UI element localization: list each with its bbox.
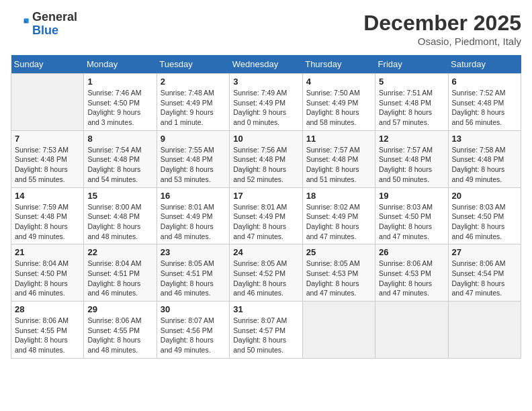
calendar-cell bbox=[448, 302, 521, 359]
calendar-week-row: 14Sunrise: 7:59 AM Sunset: 4:48 PM Dayli… bbox=[11, 187, 521, 244]
day-info: Sunrise: 8:01 AM Sunset: 4:49 PM Dayligh… bbox=[161, 202, 226, 242]
logo-text: General Blue bbox=[32, 11, 77, 38]
day-info: Sunrise: 7:57 AM Sunset: 4:48 PM Dayligh… bbox=[306, 145, 371, 185]
calendar-cell: 6Sunrise: 7:52 AM Sunset: 4:48 PM Daylig… bbox=[448, 74, 521, 131]
calendar-cell bbox=[302, 302, 375, 359]
calendar-cell: 12Sunrise: 7:57 AM Sunset: 4:48 PM Dayli… bbox=[375, 130, 448, 187]
logo-blue: Blue bbox=[32, 24, 58, 37]
day-number: 26 bbox=[379, 247, 444, 257]
day-number: 15 bbox=[87, 191, 152, 201]
day-info: Sunrise: 8:03 AM Sunset: 4:50 PM Dayligh… bbox=[379, 202, 444, 242]
calendar-cell: 10Sunrise: 7:56 AM Sunset: 4:48 PM Dayli… bbox=[230, 130, 302, 187]
calendar-cell: 30Sunrise: 8:07 AM Sunset: 4:56 PM Dayli… bbox=[157, 302, 229, 359]
day-info: Sunrise: 8:02 AM Sunset: 4:49 PM Dayligh… bbox=[306, 202, 371, 242]
day-number: 2 bbox=[161, 77, 226, 87]
day-info: Sunrise: 8:04 AM Sunset: 4:50 PM Dayligh… bbox=[15, 259, 80, 298]
calendar-week-row: 21Sunrise: 8:04 AM Sunset: 4:50 PM Dayli… bbox=[11, 244, 521, 302]
day-number: 31 bbox=[233, 304, 298, 314]
title-block: December 2025 Osasio, Piedmont, Italy bbox=[363, 11, 521, 47]
day-number: 6 bbox=[452, 77, 517, 87]
day-info: Sunrise: 8:05 AM Sunset: 4:52 PM Dayligh… bbox=[233, 259, 298, 298]
day-number: 21 bbox=[15, 247, 80, 257]
day-number: 5 bbox=[379, 77, 444, 87]
day-number: 29 bbox=[87, 304, 152, 314]
calendar-cell: 25Sunrise: 8:05 AM Sunset: 4:53 PM Dayli… bbox=[302, 244, 375, 302]
day-info: Sunrise: 8:06 AM Sunset: 4:54 PM Dayligh… bbox=[452, 259, 517, 298]
calendar-cell: 31Sunrise: 8:07 AM Sunset: 4:57 PM Dayli… bbox=[230, 302, 302, 359]
logo-general: General bbox=[32, 10, 77, 24]
day-info: Sunrise: 7:56 AM Sunset: 4:48 PM Dayligh… bbox=[233, 145, 298, 185]
calendar-cell: 5Sunrise: 7:51 AM Sunset: 4:48 PM Daylig… bbox=[375, 74, 448, 131]
day-number: 20 bbox=[452, 191, 517, 201]
calendar-cell: 28Sunrise: 8:06 AM Sunset: 4:55 PM Dayli… bbox=[11, 302, 84, 359]
calendar-cell: 3Sunrise: 7:49 AM Sunset: 4:49 PM Daylig… bbox=[230, 74, 302, 131]
calendar-cell: 17Sunrise: 8:01 AM Sunset: 4:49 PM Dayli… bbox=[230, 187, 302, 244]
day-number: 9 bbox=[161, 134, 226, 144]
day-header-monday: Monday bbox=[84, 55, 157, 74]
calendar-week-row: 28Sunrise: 8:06 AM Sunset: 4:55 PM Dayli… bbox=[11, 302, 521, 359]
calendar-week-row: 1Sunrise: 7:46 AM Sunset: 4:50 PM Daylig… bbox=[11, 74, 521, 131]
day-number: 25 bbox=[306, 247, 371, 257]
calendar-cell: 14Sunrise: 7:59 AM Sunset: 4:48 PM Dayli… bbox=[11, 187, 84, 244]
day-info: Sunrise: 7:58 AM Sunset: 4:48 PM Dayligh… bbox=[452, 145, 517, 185]
day-info: Sunrise: 8:06 AM Sunset: 4:55 PM Dayligh… bbox=[87, 316, 152, 355]
day-info: Sunrise: 7:50 AM Sunset: 4:49 PM Dayligh… bbox=[306, 88, 371, 128]
page-header: General Blue December 2025 Osasio, Piedm… bbox=[11, 11, 521, 47]
day-info: Sunrise: 8:01 AM Sunset: 4:49 PM Dayligh… bbox=[233, 202, 298, 242]
day-number: 17 bbox=[233, 191, 298, 201]
day-header-sunday: Sunday bbox=[11, 55, 84, 74]
day-info: Sunrise: 8:06 AM Sunset: 4:53 PM Dayligh… bbox=[379, 259, 444, 298]
calendar-header-row: SundayMondayTuesdayWednesdayThursdayFrid… bbox=[11, 55, 521, 74]
day-number: 8 bbox=[87, 134, 152, 144]
logo-icon bbox=[11, 15, 30, 34]
calendar-cell: 24Sunrise: 8:05 AM Sunset: 4:52 PM Dayli… bbox=[230, 244, 302, 302]
day-info: Sunrise: 8:00 AM Sunset: 4:48 PM Dayligh… bbox=[87, 202, 152, 242]
day-info: Sunrise: 7:54 AM Sunset: 4:48 PM Dayligh… bbox=[87, 145, 152, 185]
day-number: 7 bbox=[15, 134, 80, 144]
calendar-cell: 23Sunrise: 8:05 AM Sunset: 4:51 PM Dayli… bbox=[157, 244, 229, 302]
day-number: 19 bbox=[379, 191, 444, 201]
day-info: Sunrise: 7:55 AM Sunset: 4:48 PM Dayligh… bbox=[161, 145, 226, 185]
calendar-cell: 27Sunrise: 8:06 AM Sunset: 4:54 PM Dayli… bbox=[448, 244, 521, 302]
day-number: 18 bbox=[306, 191, 371, 201]
day-header-saturday: Saturday bbox=[448, 55, 521, 74]
day-number: 1 bbox=[87, 77, 152, 87]
calendar-cell: 11Sunrise: 7:57 AM Sunset: 4:48 PM Dayli… bbox=[302, 130, 375, 187]
day-info: Sunrise: 8:07 AM Sunset: 4:57 PM Dayligh… bbox=[233, 316, 298, 355]
calendar-cell: 4Sunrise: 7:50 AM Sunset: 4:49 PM Daylig… bbox=[302, 74, 375, 131]
day-number: 13 bbox=[452, 134, 517, 144]
calendar-cell: 21Sunrise: 8:04 AM Sunset: 4:50 PM Dayli… bbox=[11, 244, 84, 302]
day-info: Sunrise: 7:53 AM Sunset: 4:48 PM Dayligh… bbox=[15, 145, 80, 185]
calendar-cell: 8Sunrise: 7:54 AM Sunset: 4:48 PM Daylig… bbox=[84, 130, 157, 187]
day-number: 14 bbox=[15, 191, 80, 201]
calendar-week-row: 7Sunrise: 7:53 AM Sunset: 4:48 PM Daylig… bbox=[11, 130, 521, 187]
day-info: Sunrise: 7:59 AM Sunset: 4:48 PM Dayligh… bbox=[15, 202, 80, 242]
day-number: 10 bbox=[233, 134, 298, 144]
day-header-thursday: Thursday bbox=[302, 55, 375, 74]
day-info: Sunrise: 8:06 AM Sunset: 4:55 PM Dayligh… bbox=[15, 316, 80, 355]
day-number: 11 bbox=[306, 134, 371, 144]
calendar-cell: 16Sunrise: 8:01 AM Sunset: 4:49 PM Dayli… bbox=[157, 187, 229, 244]
day-header-friday: Friday bbox=[375, 55, 448, 74]
day-number: 22 bbox=[87, 247, 152, 257]
day-number: 30 bbox=[161, 304, 226, 314]
calendar-cell: 1Sunrise: 7:46 AM Sunset: 4:50 PM Daylig… bbox=[84, 74, 157, 131]
day-info: Sunrise: 7:48 AM Sunset: 4:49 PM Dayligh… bbox=[161, 88, 226, 128]
location: Osasio, Piedmont, Italy bbox=[363, 36, 521, 47]
calendar-cell: 7Sunrise: 7:53 AM Sunset: 4:48 PM Daylig… bbox=[11, 130, 84, 187]
day-number: 3 bbox=[233, 77, 298, 87]
day-info: Sunrise: 8:04 AM Sunset: 4:51 PM Dayligh… bbox=[87, 259, 152, 298]
day-info: Sunrise: 7:52 AM Sunset: 4:48 PM Dayligh… bbox=[452, 88, 517, 128]
calendar-cell: 2Sunrise: 7:48 AM Sunset: 4:49 PM Daylig… bbox=[157, 74, 229, 131]
calendar-cell: 29Sunrise: 8:06 AM Sunset: 4:55 PM Dayli… bbox=[84, 302, 157, 359]
day-number: 16 bbox=[161, 191, 226, 201]
calendar-table: SundayMondayTuesdayWednesdayThursdayFrid… bbox=[11, 55, 521, 359]
day-info: Sunrise: 8:07 AM Sunset: 4:56 PM Dayligh… bbox=[161, 316, 226, 355]
calendar-cell: 15Sunrise: 8:00 AM Sunset: 4:48 PM Dayli… bbox=[84, 187, 157, 244]
day-info: Sunrise: 7:57 AM Sunset: 4:48 PM Dayligh… bbox=[379, 145, 444, 185]
day-info: Sunrise: 7:49 AM Sunset: 4:49 PM Dayligh… bbox=[233, 88, 298, 128]
calendar-cell: 19Sunrise: 8:03 AM Sunset: 4:50 PM Dayli… bbox=[375, 187, 448, 244]
day-number: 24 bbox=[233, 247, 298, 257]
day-info: Sunrise: 7:51 AM Sunset: 4:48 PM Dayligh… bbox=[379, 88, 444, 128]
calendar-cell bbox=[375, 302, 448, 359]
